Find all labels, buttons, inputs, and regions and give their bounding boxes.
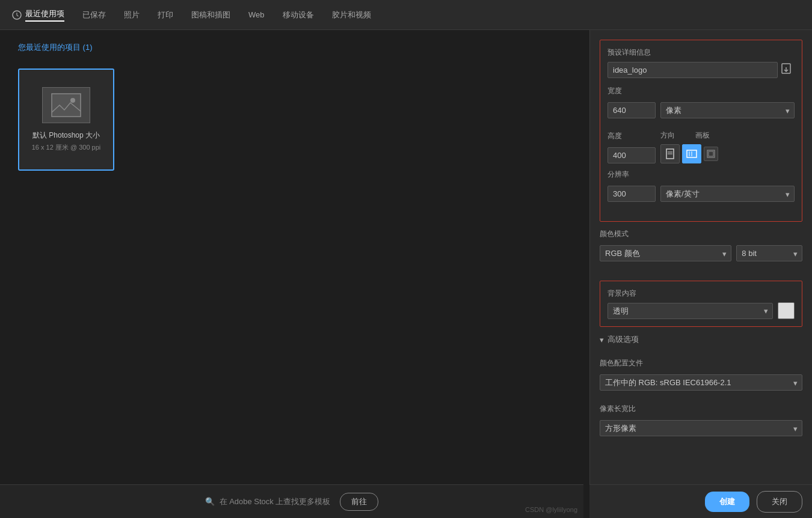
search-icon: 🔍 — [205, 497, 215, 506]
nav-item-art[interactable]: 图稿和插图 — [191, 7, 230, 23]
save-preset-button[interactable] — [778, 61, 795, 79]
card-thumbnail-icon — [42, 87, 90, 123]
color-depth-wrapper: 8 bit 16 bit 32 bit — [736, 245, 802, 261]
goto-button[interactable]: 前往 — [340, 493, 378, 511]
landscape-button[interactable] — [682, 144, 701, 163]
svg-rect-3 — [52, 94, 81, 117]
background-section: 背景内容 透明 白色 背景色 自定义... — [600, 281, 802, 327]
color-mode-wrapper: RGB 颜色 CMYK 颜色 灰度 — [600, 245, 731, 261]
color-mode-row: RGB 颜色 CMYK 颜色 灰度 8 bit 16 bit 32 bit — [600, 245, 802, 261]
preset-detail-section: 预设详细信息 宽度 — [600, 40, 802, 222]
width-unit-wrapper: 像素 厘米 毫米 英寸 — [660, 102, 795, 118]
close-button[interactable]: 关闭 — [757, 491, 802, 513]
recent-section-title: 您最近使用的项目 (1) — [18, 42, 571, 53]
pixel-ratio-wrapper: 方形像素 D1/DV NTSC (0.91) — [600, 420, 802, 436]
pixel-ratio-group: 像素长宽比 方形像素 D1/DV NTSC (0.91) — [600, 404, 802, 436]
color-profile-wrapper: 工作中的 RGB: sRGB IEC61966-2.1 不进行颜色管理 — [600, 374, 802, 391]
nav-item-web[interactable]: Web — [248, 8, 265, 22]
background-label: 背景内容 — [607, 288, 795, 299]
preset-detail-label: 预设详细信息 — [607, 47, 795, 58]
color-mode-select[interactable]: RGB 颜色 CMYK 颜色 灰度 — [600, 245, 731, 261]
nav-item-mobile[interactable]: 移动设备 — [283, 7, 314, 23]
background-row: 透明 白色 背景色 自定义... — [607, 302, 795, 319]
resolution-input[interactable] — [607, 186, 656, 202]
advanced-label: 高级选项 — [607, 334, 639, 345]
nav-item-photo[interactable]: 照片 — [124, 7, 140, 23]
pixel-ratio-label: 像素长宽比 — [600, 404, 802, 414]
search-placeholder-text: 在 Adobe Stock 上查找更多模板 — [220, 496, 331, 507]
artboard-button[interactable] — [704, 147, 718, 161]
nav-recent-label: 最近使用项 — [25, 8, 64, 22]
chevron-down-icon: ▾ — [600, 335, 604, 344]
action-buttons: 创建 关闭 — [589, 484, 812, 518]
advanced-toggle[interactable]: ▾ 高级选项 — [600, 334, 802, 345]
artboard-label: 画板 — [695, 130, 710, 141]
recent-grid: 默认 Photoshop 大小 16 x 12 厘米 @ 300 ppi — [18, 69, 571, 171]
direction-label: 方向 — [660, 130, 675, 141]
search-area: 🔍 在 Adobe Stock 上查找更多模板 — [205, 496, 331, 507]
watermark: CSDN @lyliilyong — [525, 506, 577, 513]
pixel-ratio-select[interactable]: 方形像素 D1/DV NTSC (0.91) — [600, 420, 802, 436]
card-subtitle: 16 x 12 厘米 @ 300 ppi — [32, 143, 101, 152]
right-panel: 预设详细信息 宽度 — [589, 30, 812, 518]
create-button[interactable]: 创建 — [705, 492, 749, 512]
width-label: 宽度 — [607, 86, 795, 96]
color-mode-group: 颜色模式 RGB 颜色 CMYK 颜色 灰度 8 bit 16 bit 32 b… — [600, 229, 802, 267]
height-field-group: 高度 — [607, 131, 656, 163]
bottom-search-bar: 🔍 在 Adobe Stock 上查找更多模板 前往 — [0, 484, 583, 518]
svg-rect-14 — [709, 151, 713, 156]
direction-artboard-labels: 方向 画板 — [660, 130, 718, 141]
preset-name-row — [607, 61, 795, 79]
left-panel: 您最近使用的项目 (1) 默认 Photoshop 大小 16 x 12 厘米 … — [0, 30, 589, 518]
color-depth-select[interactable]: 8 bit 16 bit 32 bit — [736, 245, 802, 261]
portrait-button[interactable] — [660, 144, 680, 163]
color-profile-label: 颜色配置文件 — [600, 358, 802, 368]
card-title: 默认 Photoshop 大小 — [32, 130, 100, 141]
svg-line-2 — [17, 15, 19, 16]
preset-name-input[interactable] — [607, 62, 778, 78]
main-content: 您最近使用的项目 (1) 默认 Photoshop 大小 16 x 12 厘米 … — [0, 30, 812, 518]
nav-item-saved[interactable]: 已保存 — [82, 7, 106, 23]
top-nav: 最近使用项 已保存 照片 打印 图稿和插图 Web 移动设备 胶片和视频 — [0, 0, 812, 30]
background-value-wrapper: 透明 白色 背景色 自定义... — [607, 303, 773, 319]
background-color-swatch[interactable] — [778, 302, 795, 319]
resolution-label: 分辨率 — [607, 169, 795, 180]
preset-card-default[interactable]: 默认 Photoshop 大小 16 x 12 厘米 @ 300 ppi — [18, 69, 114, 171]
svg-point-4 — [70, 98, 75, 103]
nav-item-print[interactable]: 打印 — [158, 7, 173, 23]
resolution-unit-select[interactable]: 像素/英寸 像素/厘米 — [660, 186, 795, 202]
color-profile-group: 颜色配置文件 工作中的 RGB: sRGB IEC61966-2.1 不进行颜色… — [600, 358, 802, 391]
resolution-field-group: 分辨率 像素/英寸 像素/厘米 — [607, 169, 795, 208]
height-direction-row: 高度 方向 画板 — [607, 130, 795, 163]
color-mode-label: 颜色模式 — [600, 229, 802, 239]
color-profile-select[interactable]: 工作中的 RGB: sRGB IEC61966-2.1 不进行颜色管理 — [600, 374, 802, 391]
height-input[interactable] — [607, 147, 656, 163]
width-row: 像素 厘米 毫米 英寸 — [607, 102, 795, 118]
width-input[interactable] — [607, 102, 656, 118]
nav-item-film[interactable]: 胶片和视频 — [332, 7, 371, 23]
resolution-unit-wrapper: 像素/英寸 像素/厘米 — [660, 186, 795, 202]
background-select[interactable]: 透明 白色 背景色 自定义... — [607, 303, 773, 319]
resolution-row: 像素/英寸 像素/厘米 — [607, 186, 795, 202]
width-field-group: 宽度 像素 厘米 毫米 英寸 — [607, 86, 795, 124]
width-unit-select[interactable]: 像素 厘米 毫米 英寸 — [660, 102, 795, 118]
nav-clock-icon: 最近使用项 — [12, 8, 64, 22]
height-label: 高度 — [607, 131, 656, 141]
